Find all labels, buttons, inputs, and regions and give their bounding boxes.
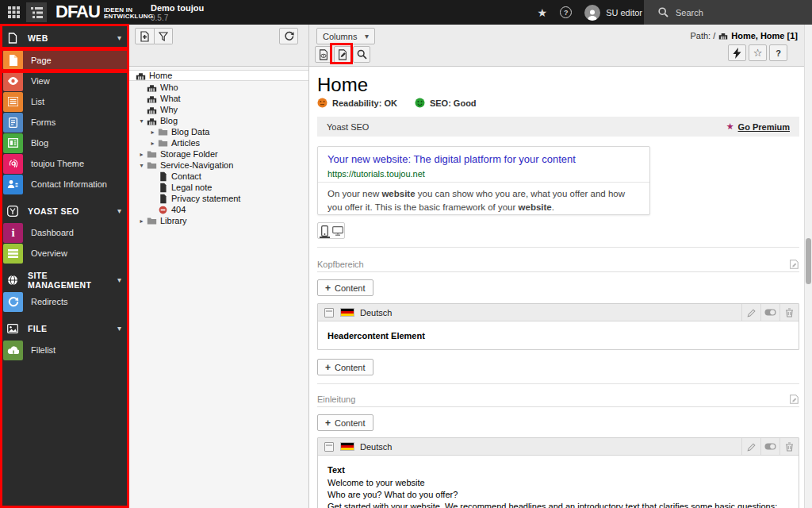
modules-grid-icon[interactable] [3, 2, 24, 22]
user-menu[interactable]: SU editor [584, 5, 642, 21]
add-content-button[interactable]: + Content [317, 359, 373, 375]
globe-icon [7, 275, 18, 286]
folder-icon [158, 127, 168, 137]
sidebar-item-overview[interactable]: Overview [0, 243, 129, 264]
sidebar-item-dashboard[interactable]: i Dashboard [0, 222, 129, 243]
snippet-preview[interactable]: Your new website: The digital platform f… [317, 146, 650, 215]
seo-badge: SEO: Good [415, 98, 477, 108]
sidebar-item-blog[interactable]: Blog [0, 133, 129, 153]
expander-closed-icon[interactable]: ▸ [147, 140, 158, 147]
trash-icon[interactable] [779, 304, 799, 321]
desktop-preview-icon[interactable] [331, 223, 345, 238]
content-element-header[interactable]: Deutsch Headercontent Element [317, 303, 799, 350]
site-info: Demo toujou 9.5.7 [151, 3, 204, 22]
scrollbar-thumb[interactable] [806, 238, 811, 284]
section-web[interactable]: WEB ▾ [0, 26, 129, 49]
fingerprint-icon [3, 154, 23, 174]
german-flag-icon [340, 442, 354, 451]
sidebar-item-forms[interactable]: Forms [0, 112, 129, 133]
edit-pencil-icon[interactable] [741, 304, 760, 321]
tree-row-privacy-statement[interactable]: Privacy statement [129, 193, 308, 204]
visibility-toggle-icon[interactable] [760, 438, 779, 455]
search-icon [658, 7, 668, 17]
vertical-scrollbar[interactable] [804, 25, 812, 508]
cache-bolt-icon[interactable] [728, 44, 746, 61]
tree-row-legal-note[interactable]: Legal note [129, 182, 308, 193]
content-element-text[interactable]: Deutsch Text Welcome to your website Who… [317, 437, 799, 508]
sidebar-item-toujou-theme[interactable]: toujou Theme [0, 153, 129, 174]
page-standard-icon [147, 105, 157, 115]
view-module-icon [3, 71, 23, 91]
bookmark-star-icon[interactable]: ☆ [749, 44, 767, 61]
edit-section-icon[interactable] [788, 394, 799, 405]
tree-row-service-navigation[interactable]: ▾ Service-Navigation [129, 160, 308, 171]
tree-row-blog[interactable]: ▾ Blog [129, 115, 308, 126]
edit-section-icon[interactable] [788, 259, 799, 270]
tree-row-404[interactable]: 404 [129, 204, 308, 215]
snippet-url: https://tutorials.toujou.net [327, 169, 425, 179]
expander-open-icon[interactable]: ▾ [136, 162, 147, 169]
tree-row-home[interactable]: Home [129, 70, 308, 81]
section-site-management[interactable]: SITE MANAGEMENT ▾ [0, 268, 129, 291]
tree-row-blog-data[interactable]: ▸ Blog Data [129, 126, 308, 137]
tree-row-who[interactable]: Who [129, 82, 308, 93]
topbar-search[interactable]: Search [644, 0, 812, 25]
tree-row-what[interactable]: What [129, 93, 308, 104]
yoast-seo-panel-header[interactable]: Yoast SEO ★ Go Premium [317, 117, 799, 137]
tree-row-articles[interactable]: ▸ Articles [129, 137, 308, 148]
pagetree-toggle-icon[interactable] [26, 2, 47, 22]
expander-open-icon[interactable]: ▾ [136, 117, 147, 125]
expander-closed-icon[interactable]: ▸ [136, 151, 147, 158]
home-page-icon [718, 31, 728, 40]
snippet-title[interactable]: Your new website: The digital platform f… [327, 153, 576, 165]
mobile-preview-icon[interactable] [318, 223, 331, 238]
sidebar-item-page[interactable]: Page [0, 49, 129, 71]
content-element-title: Headercontent Element [327, 330, 789, 342]
chevron-down-icon: ▾ [117, 33, 121, 42]
expander-closed-icon[interactable]: ▸ [136, 217, 147, 225]
new-page-button[interactable] [135, 28, 155, 44]
section-file[interactable]: FILE ▾ [0, 317, 129, 340]
topbar: DFAU IDEEN IN ENTWICKLUNG Demo toujou 9.… [0, 0, 812, 25]
search-icon[interactable] [353, 46, 370, 63]
username: SU editor [606, 8, 642, 17]
dashboard-icon: i [3, 223, 23, 243]
tree-row-library[interactable]: ▸ Library [129, 215, 308, 226]
site-name: Demo toujou [151, 3, 204, 13]
view-page-icon[interactable] [315, 46, 332, 63]
page-tree: Home Who What Why ▾ Blog ▸ Blog Data ▸ A… [129, 67, 309, 508]
contacts-icon [3, 175, 23, 194]
filter-button[interactable] [155, 28, 173, 44]
docheader-help-icon[interactable]: ? [769, 44, 787, 61]
expander-closed-icon[interactable]: ▸ [147, 129, 158, 136]
columns-select[interactable]: Columns ▾ [316, 28, 375, 44]
help-icon[interactable]: ? [560, 6, 572, 18]
tree-row-why[interactable]: Why [129, 104, 308, 115]
page-standard-icon [147, 83, 157, 93]
trash-icon[interactable] [779, 438, 799, 455]
refresh-icon[interactable] [279, 28, 298, 44]
folder-icon [147, 160, 157, 171]
visibility-toggle-icon[interactable] [760, 304, 779, 321]
search-label: Search [676, 8, 703, 17]
add-content-button[interactable]: + Content [317, 279, 373, 296]
device-preview-toggle [317, 222, 345, 239]
go-premium-link[interactable]: ★ Go Premium [726, 121, 790, 132]
sidebar-item-redirects[interactable]: Redirects [0, 291, 129, 312]
tree-row-storage-folder[interactable]: ▸ Storage Folder [129, 148, 308, 160]
tree-docheader [129, 25, 309, 67]
edit-page-icon[interactable] [334, 46, 351, 63]
chevron-down-icon: ▾ [117, 206, 121, 215]
sidebar-item-view[interactable]: View [0, 71, 129, 91]
tree-row-contact[interactable]: Contact [129, 171, 308, 182]
typo3-version: 9.5.7 [151, 13, 204, 22]
seo-smiley-icon [415, 98, 425, 108]
bookmarks-star-icon[interactable]: ★ [538, 6, 548, 19]
sidebar-item-contact-information[interactable]: Contact Information [0, 174, 129, 194]
sidebar-item-filelist[interactable]: Filelist [0, 340, 129, 360]
folder-icon [158, 138, 168, 148]
sidebar-item-list[interactable]: List [0, 91, 129, 112]
section-yoast-seo[interactable]: YOAST SEO ▾ [0, 199, 129, 222]
add-content-button[interactable]: + Content [317, 414, 373, 431]
edit-pencil-icon[interactable] [741, 438, 760, 455]
